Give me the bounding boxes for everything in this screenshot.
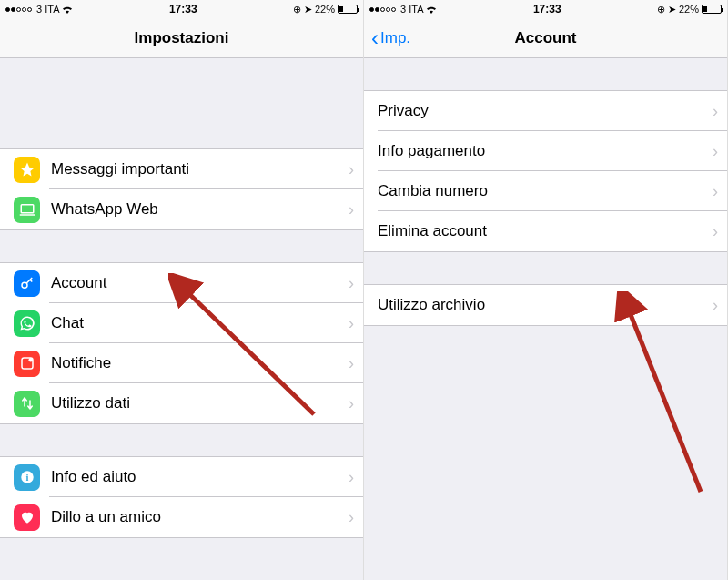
row-label: Dillo a un amico [51,508,349,526]
chevron-right-icon: › [349,160,354,179]
row-account[interactable]: Account › [0,263,363,303]
row-dillo-amico[interactable]: Dillo a un amico › [0,497,363,537]
row-whatsapp-web[interactable]: WhatsApp Web › [0,189,363,229]
row-label: Utilizzo archivio [378,296,713,314]
row-utilizzo-dati[interactable]: Utilizzo dati › [0,383,363,423]
settings-section-1: Messaggi importanti › WhatsApp Web › [0,148,363,230]
row-label: Chat [51,314,349,332]
chevron-right-icon: › [349,274,354,293]
battery-icon [702,5,722,14]
row-cambia-numero[interactable]: Cambia numero › [364,171,727,211]
back-button[interactable]: ‹ Imp. [371,18,410,57]
carrier-label: 3 ITA [36,4,59,15]
account-screen: 3 ITA 17:33 ⊕ ➤ 22% ‹ Imp. Account Priva… [364,0,728,580]
location-icon: ➤ [304,4,312,15]
chevron-right-icon: › [349,354,354,373]
row-utilizzo-archivio[interactable]: Utilizzo archivio › [364,285,727,325]
nav-bar: Impostazioni [0,18,363,58]
account-content: Privacy › Info pagamento › Cambia numero… [364,58,727,580]
wifi-icon [62,5,73,14]
row-label: Messaggi importanti [51,160,349,178]
page-title: Account [515,29,577,47]
chevron-right-icon: › [349,468,354,487]
row-notifiche[interactable]: Notifiche › [0,343,363,383]
row-chat[interactable]: Chat › [0,303,363,343]
notification-icon [14,351,40,377]
chevron-right-icon: › [349,508,354,527]
alarm-icon: ⊕ [657,4,665,15]
page-title: Impostazioni [135,29,229,47]
row-label: Account [51,274,349,292]
row-label: Privacy [378,102,713,120]
carrier-label: 3 ITA [400,4,423,15]
row-label: Info ed aiuto [51,468,349,486]
chevron-right-icon: › [349,314,354,333]
settings-section-2: Account › Chat › Notifiche › [0,262,363,424]
heart-icon [14,504,40,531]
settings-content: Messaggi importanti › WhatsApp Web › Acc… [0,58,363,580]
wifi-icon [426,5,437,14]
back-label: Imp. [380,29,410,47]
star-icon [14,157,40,183]
battery-pct: 22% [315,4,335,15]
row-label: Utilizzo dati [51,394,349,412]
nav-bar: ‹ Imp. Account [364,18,727,58]
svg-point-2 [22,282,27,288]
row-label: Info pagamento [378,142,713,160]
chevron-right-icon: › [713,102,718,121]
status-time: 17:33 [169,3,197,15]
row-label: WhatsApp Web [51,200,349,219]
signal-dots [5,7,32,12]
row-label: Elimina account [378,222,713,240]
settings-screen: 3 ITA 17:33 ⊕ ➤ 22% Impostazioni Messagg… [0,0,364,580]
chevron-right-icon: › [349,200,354,219]
status-time: 17:33 [533,3,561,15]
alarm-icon: ⊕ [293,4,301,15]
chevron-right-icon: › [713,222,718,241]
chevron-right-icon: › [349,394,354,413]
account-section-2: Utilizzo archivio › [364,284,727,326]
chevron-left-icon: ‹ [371,27,379,49]
whatsapp-icon [14,310,40,337]
row-label: Cambia numero [378,182,713,200]
battery-pct: 22% [679,4,699,15]
chevron-right-icon: › [713,142,718,161]
key-icon [14,270,40,297]
chevron-right-icon: › [713,296,718,315]
row-label: Notifiche [51,354,349,372]
svg-text:i: i [25,473,28,483]
settings-section-3: i Info ed aiuto › Dillo a un amico › [0,456,363,538]
svg-rect-0 [21,205,34,213]
row-info-pagamento[interactable]: Info pagamento › [364,131,727,171]
row-privacy[interactable]: Privacy › [364,91,727,131]
row-info-aiuto[interactable]: i Info ed aiuto › [0,457,363,497]
data-icon [14,391,40,417]
account-section-1: Privacy › Info pagamento › Cambia numero… [364,90,727,252]
status-bar: 3 ITA 17:33 ⊕ ➤ 22% [0,0,363,18]
signal-dots [369,7,396,12]
info-icon: i [14,464,40,491]
chevron-right-icon: › [713,182,718,201]
row-messaggi-importanti[interactable]: Messaggi importanti › [0,149,363,189]
svg-point-4 [28,358,33,362]
location-icon: ➤ [668,4,676,15]
row-elimina-account[interactable]: Elimina account › [364,211,727,251]
battery-icon [338,5,358,14]
laptop-icon [14,197,40,223]
status-bar: 3 ITA 17:33 ⊕ ➤ 22% [364,0,727,18]
